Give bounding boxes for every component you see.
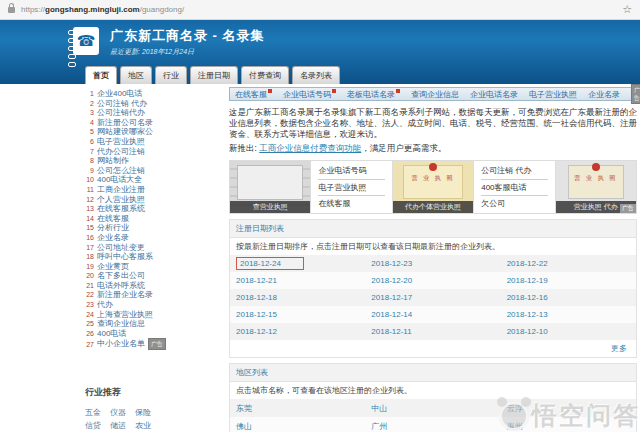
region-link[interactable]: 广州 bbox=[371, 422, 387, 431]
sidebar-item-link[interactable]: 网站制作 bbox=[97, 156, 129, 165]
ad-text-link[interactable]: 公司注销 代办 bbox=[481, 163, 547, 180]
sidebar-item-link[interactable]: 分析行业 bbox=[97, 223, 129, 232]
date-link[interactable]: 2018-12-14 bbox=[371, 310, 412, 319]
region-link[interactable]: 佛山 bbox=[236, 422, 252, 431]
tag-link-strip: 在线客服企业电话号码老板电话名录查询企业信息企业电话名录电子营业执照企业名录广告 bbox=[229, 87, 637, 101]
date-link[interactable]: 2018-12-15 bbox=[236, 310, 277, 319]
date-link[interactable]: 2018-12-16 bbox=[507, 293, 548, 302]
sidebar-item-link[interactable]: 400电话大全 bbox=[97, 175, 142, 184]
date-link[interactable]: 2018-12-20 bbox=[371, 276, 412, 285]
ad-text-link[interactable]: 电子营业执照 bbox=[318, 180, 384, 197]
sidebar-item-link[interactable]: 公司地址变更 bbox=[97, 243, 145, 252]
tab-3[interactable]: 行业 bbox=[155, 66, 187, 84]
tag-link[interactable]: 企业电话名录 bbox=[470, 89, 518, 100]
date-list-title: 注册日期列表 bbox=[230, 220, 636, 238]
sidebar-item-link[interactable]: 新注册企业名录 bbox=[97, 290, 153, 299]
date-link[interactable]: 2018-12-21 bbox=[236, 276, 277, 285]
tab-4[interactable]: 注册日期 bbox=[190, 66, 238, 84]
url-text[interactable]: https://gongshang.mingluji.com/guangdong… bbox=[21, 5, 184, 14]
ad-cell[interactable]: 营 业 执 照营业执照 代办广告 bbox=[555, 161, 636, 213]
sidebar-item-link[interactable]: 新注册公司名录 bbox=[97, 118, 153, 127]
sidebar-item-link[interactable]: 公司注销代办 bbox=[97, 108, 145, 117]
tag-link[interactable]: 老板电话名录 bbox=[347, 89, 400, 100]
sidebar-item-number: 12 bbox=[85, 195, 94, 205]
date-link[interactable]: 2018-12-22 bbox=[507, 259, 548, 268]
tag-link[interactable]: 企业名录 bbox=[588, 89, 620, 100]
sidebar-item-link[interactable]: 查询企业信息 bbox=[97, 319, 145, 328]
ad-cell[interactable]: 企业电话号码电子营业执照在线客服 bbox=[310, 161, 391, 213]
url-path: /guangdong/ bbox=[140, 5, 185, 14]
tab-6[interactable]: 名录列表 bbox=[292, 66, 340, 84]
ad-banner-table: 查营业执照企业电话号码电子营业执照在线客服营 业 执 照代办个体营业执照公司注销… bbox=[229, 160, 637, 214]
industry-link[interactable]: 仪器 bbox=[110, 406, 126, 419]
sidebar-item-link[interactable]: 企业400电话 bbox=[97, 89, 142, 98]
license-label: 营 业 执 照 bbox=[556, 174, 636, 183]
date-link[interactable]: 2018-12-13 bbox=[507, 310, 548, 319]
industry-link[interactable]: 五金 bbox=[85, 406, 101, 419]
industry-row: 五金仪器保险 bbox=[85, 406, 225, 419]
ad-cell[interactable]: 营 业 执 照代办个体营业执照 bbox=[392, 161, 473, 213]
sidebar-list-item: 25查询企业信息 bbox=[85, 319, 225, 329]
ad-text-link[interactable]: 400客服电话 bbox=[481, 180, 547, 197]
region-link[interactable]: 中山 bbox=[371, 404, 387, 413]
sidebar-item-link[interactable]: 企业名录 bbox=[97, 233, 129, 242]
site-brand[interactable]: ☎ 广东新工商名录 - 名录集 最近更新: 2018年12月24日 bbox=[68, 27, 265, 57]
date-link[interactable]: 2018-12-19 bbox=[507, 276, 548, 285]
sidebar-item-link[interactable]: 在线客服系统 bbox=[97, 204, 145, 213]
sidebar-item-link[interactable]: 网站建设哪家公 bbox=[97, 127, 153, 136]
tag-link[interactable]: 在线客服 bbox=[235, 89, 272, 100]
sidebar-item-number: 22 bbox=[85, 290, 94, 300]
ad-cell[interactable]: 公司注销 代办400客服电话欠公司 bbox=[473, 161, 554, 213]
date-link[interactable]: 2018-12-23 bbox=[371, 259, 412, 268]
sidebar-item-link[interactable]: 企业黄页 bbox=[97, 262, 129, 271]
browser-address-bar[interactable]: https://gongshang.mingluji.com/guangdong… bbox=[0, 0, 640, 20]
ad-text-link[interactable]: 在线客服 bbox=[318, 196, 384, 212]
tab-5[interactable]: 付费查询 bbox=[241, 66, 289, 84]
sidebar-item-link[interactable]: 中小企业名单 bbox=[97, 340, 145, 349]
more-dates-link[interactable]: 更多 bbox=[611, 344, 627, 353]
date-link[interactable]: 2018-12-12 bbox=[236, 327, 277, 336]
tab-2[interactable]: 地区 bbox=[120, 66, 152, 84]
sidebar-item-number: 7 bbox=[85, 147, 94, 157]
sidebar-item-link[interactable]: 电子营业执照 bbox=[97, 137, 145, 146]
ad-cell[interactable]: 查营业执照 bbox=[230, 161, 310, 213]
bookmark-star-icon[interactable]: ☆ bbox=[622, 4, 632, 15]
industry-link[interactable]: 信贷 bbox=[85, 419, 101, 432]
tag-link[interactable]: 查询企业信息 bbox=[411, 89, 459, 100]
sidebar-list-item: 17公司地址变更 bbox=[85, 243, 225, 253]
sidebar-item-link[interactable]: 个人营业执照 bbox=[97, 195, 145, 204]
sidebar-item-link[interactable]: 在线客服 bbox=[97, 214, 129, 223]
industry-link[interactable]: 保险 bbox=[135, 406, 151, 419]
paid-query-link[interactable]: 工商企业信息付费查询功能 bbox=[259, 143, 361, 153]
main-nav-tabs: 首页地区行业注册日期付费查询名录列表 bbox=[85, 66, 340, 84]
sidebar-item-link[interactable]: 公司注销 代办 bbox=[97, 99, 147, 108]
date-cell: 2018-12-22 bbox=[501, 255, 636, 272]
date-link[interactable]: 2018-12-17 bbox=[371, 293, 412, 302]
ad-text-link[interactable]: 欠公司 bbox=[481, 196, 547, 212]
sidebar-item-number: 6 bbox=[85, 137, 94, 147]
date-link[interactable]: 2018-12-18 bbox=[236, 293, 277, 302]
region-link[interactable]: 东莞 bbox=[236, 404, 252, 413]
date-link[interactable]: 2018-12-11 bbox=[371, 327, 411, 336]
sidebar-item-link[interactable]: 名下多出公司 bbox=[97, 271, 145, 280]
sidebar-item-link[interactable]: 公司怎么注销 bbox=[97, 166, 145, 175]
date-link[interactable]: 2018-12-10 bbox=[507, 327, 548, 336]
sidebar-item-link[interactable]: 上海查营业执照 bbox=[97, 310, 153, 319]
sidebar-item-link[interactable]: 代办公司注销 bbox=[97, 147, 145, 156]
sidebar-item-link[interactable]: 代办 bbox=[97, 300, 113, 309]
sidebar-item-link[interactable]: 400电话 bbox=[97, 329, 126, 338]
industry-link[interactable]: 储运 bbox=[110, 419, 126, 432]
sidebar-item-link[interactable]: 工商企业注册 bbox=[97, 185, 145, 194]
sidebar-list-item: 13在线客服系统 bbox=[85, 204, 225, 214]
region-link[interactable]: 惠州 bbox=[507, 422, 523, 431]
tag-link[interactable]: 企业电话号码 bbox=[283, 89, 336, 100]
ad-text-link[interactable]: 企业电话号码 bbox=[318, 163, 384, 180]
sidebar-item-link[interactable]: 电话外呼系统 bbox=[97, 281, 145, 290]
region-link[interactable]: 云浮 bbox=[507, 404, 523, 413]
industry-link[interactable]: 农业 bbox=[135, 419, 151, 432]
tab-1[interactable]: 首页 bbox=[85, 66, 117, 84]
date-link[interactable]: 2018-12-24 bbox=[236, 257, 304, 270]
tag-link[interactable]: 电子营业执照 bbox=[529, 89, 577, 100]
sidebar-item-link[interactable]: 呼叫中心客服系 bbox=[97, 252, 153, 261]
date-cell: 2018-12-18 bbox=[230, 289, 365, 306]
